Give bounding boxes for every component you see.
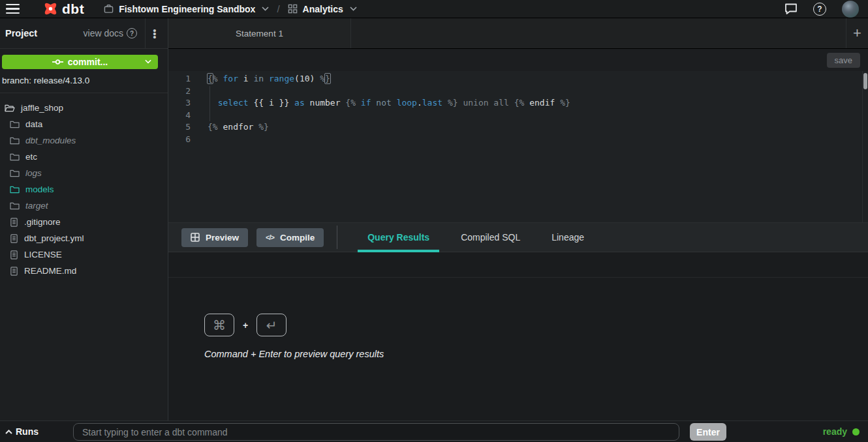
editor-toolbar: save — [168, 49, 868, 71]
editor-scrollbar-track[interactable] — [862, 71, 868, 222]
save-button[interactable]: save — [827, 53, 860, 68]
table-icon — [191, 233, 200, 242]
divider — [337, 226, 337, 249]
project-switcher[interactable]: Analytics — [288, 4, 357, 14]
chevron-up-icon — [5, 430, 12, 434]
plus-separator: + — [243, 320, 248, 331]
tree-item-label: README.md — [24, 266, 76, 276]
project-sidebar: Project view docs ? ••• commit... branch… — [0, 18, 168, 420]
grid-icon — [288, 4, 298, 14]
new-tab-button[interactable]: + — [846, 18, 868, 48]
status-indicator: ready — [823, 426, 860, 437]
indent-guide — [209, 86, 210, 121]
code-line-text: {% endfor %} — [191, 121, 269, 134]
query-results-panel: ⌘ + ↵ Command + Enter to preview query r… — [168, 278, 868, 420]
chat-feedback-icon[interactable] — [784, 3, 798, 15]
enter-key-icon: ↵ — [256, 314, 287, 336]
editor-tab-bar: Statement 1 + — [168, 18, 868, 49]
tab-compiled-sql[interactable]: Compiled SQL — [461, 223, 520, 252]
code-line[interactable]: 2 — [168, 85, 868, 98]
tree-item-label: etc — [25, 152, 37, 162]
results-toolbar: Preview </> Compile Query Results Compil… — [168, 223, 868, 252]
preview-button[interactable]: Preview — [181, 228, 248, 247]
folder-icon — [10, 153, 20, 161]
dbt-logo-text: dbt — [62, 1, 84, 17]
tree-item-label: target — [25, 201, 48, 211]
runs-bar: Runs Enter ready — [0, 420, 868, 442]
code-line-text — [191, 85, 208, 98]
folder-icon — [10, 120, 20, 128]
tree-item-models[interactable]: models — [0, 181, 168, 198]
tree-item-license[interactable]: LICENSE — [0, 246, 168, 263]
dbt-command-input[interactable] — [73, 423, 679, 441]
tree-item-data[interactable]: data — [0, 116, 168, 132]
user-avatar[interactable] — [842, 1, 859, 18]
results-info-strip — [168, 252, 868, 278]
tree-item-label: .gitignore — [24, 217, 61, 227]
runs-toggle[interactable]: Runs — [5, 426, 39, 437]
code-line-text: {% for i in range(10) %} — [191, 73, 330, 85]
file-icon — [10, 218, 18, 227]
tree-item-label: dbt_modules — [25, 136, 76, 145]
runs-label: Runs — [16, 426, 39, 437]
tree-item-jaffle-shop[interactable]: jaffle_shop — [0, 100, 168, 116]
tree-item-label: logs — [25, 168, 42, 178]
view-docs-label: view docs — [84, 28, 123, 38]
compile-button[interactable]: </> Compile — [256, 228, 324, 247]
tree-item-logs[interactable]: logs — [0, 165, 168, 181]
tree-item-dbt-modules[interactable]: dbt_modules — [0, 132, 168, 149]
code-line[interactable]: 1{% for i in range(10) %} — [168, 73, 868, 85]
tree-item--gitignore[interactable]: .gitignore — [0, 214, 168, 230]
tab-lineage[interactable]: Lineage — [551, 223, 584, 252]
editor-pane: Statement 1 + save 1{% for i in range(10… — [168, 18, 868, 420]
hamburger-menu-icon[interactable] — [0, 0, 26, 18]
code-line[interactable]: 6 — [168, 134, 868, 146]
code-line[interactable]: 5{% endfor %} — [168, 121, 868, 134]
help-icon[interactable]: ? — [813, 3, 826, 16]
code-line[interactable]: 4 — [168, 110, 868, 122]
tree-item-label: dbt_project.yml — [24, 233, 84, 243]
top-nav-bar: dbt Fishtown Engineering Sandbox / Analy… — [0, 0, 868, 18]
tree-item-readme-md[interactable]: README.md — [0, 263, 168, 279]
editor-scrollbar-thumb[interactable] — [863, 73, 867, 89]
command-key-icon: ⌘ — [204, 314, 234, 336]
docs-help-icon: ? — [127, 28, 137, 38]
sidebar-menu-icon[interactable]: ••• — [146, 29, 164, 38]
folder-open-icon — [5, 104, 15, 112]
account-name: Fishtown Engineering Sandbox — [119, 4, 255, 14]
view-docs-link[interactable]: view docs ? — [84, 28, 137, 38]
chevron-down-icon — [145, 59, 151, 64]
tab-statement-1[interactable]: Statement 1 — [168, 18, 351, 48]
commit-button[interactable]: commit... — [2, 55, 158, 69]
tab-query-results[interactable]: Query Results — [367, 223, 429, 252]
line-number: 4 — [168, 110, 191, 122]
folder-icon — [10, 169, 20, 177]
chevron-down-icon — [350, 7, 357, 11]
line-number: 2 — [168, 85, 191, 98]
code-icon: </> — [266, 233, 274, 241]
status-dot — [852, 428, 860, 435]
plus-icon: + — [853, 25, 861, 42]
tree-item-dbt-project-yml[interactable]: dbt_project.yml — [0, 230, 168, 246]
breadcrumb-separator: / — [277, 3, 279, 14]
tree-item-label: LICENSE — [24, 250, 62, 259]
file-icon — [10, 250, 18, 259]
enter-button[interactable]: Enter — [690, 423, 726, 441]
code-editor[interactable]: 1{% for i in range(10) %}23 select {{ i … — [168, 71, 868, 223]
chevron-down-icon — [262, 7, 269, 11]
sidebar-title: Project — [5, 28, 37, 38]
tree-item-label: jaffle_shop — [21, 103, 63, 113]
shortcut-hint-text: Command + Enter to preview query results — [204, 349, 868, 359]
code-line[interactable]: 3 select {{ i }} as number {% if not loo… — [168, 97, 868, 110]
sidebar-header: Project view docs ? ••• — [0, 18, 168, 49]
shortcut-hint-keys: ⌘ + ↵ — [204, 314, 868, 336]
dbt-logo-icon — [42, 0, 59, 18]
tree-item-etc[interactable]: etc — [0, 149, 168, 165]
briefcase-icon — [104, 4, 114, 14]
account-switcher[interactable]: Fishtown Engineering Sandbox — [104, 4, 269, 14]
dbt-logo[interactable]: dbt — [42, 0, 84, 18]
line-number: 3 — [168, 97, 191, 110]
code-line-text — [191, 134, 208, 146]
folder-icon — [10, 201, 20, 210]
tree-item-target[interactable]: target — [0, 198, 168, 214]
